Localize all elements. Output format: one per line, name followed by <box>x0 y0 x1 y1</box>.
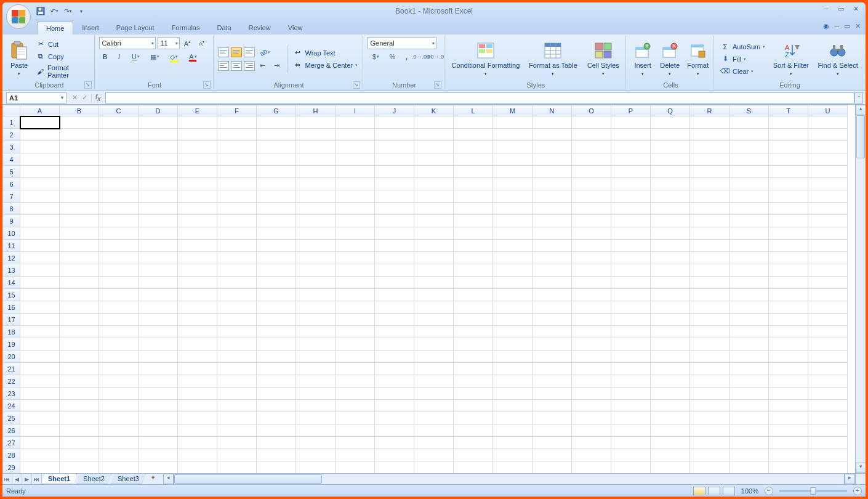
row-header[interactable]: 12 <box>3 252 20 264</box>
cell[interactable] <box>532 215 572 227</box>
cell[interactable] <box>414 116 454 129</box>
cell[interactable] <box>139 277 178 289</box>
cell[interactable] <box>139 437 178 449</box>
cell[interactable] <box>296 227 336 240</box>
cell-styles-button[interactable]: Cell Styles ▾ <box>584 39 624 79</box>
cell[interactable] <box>454 116 493 129</box>
cell[interactable] <box>375 400 414 412</box>
cell[interactable] <box>99 326 139 338</box>
cell[interactable] <box>532 203 572 215</box>
cell[interactable] <box>454 215 493 227</box>
cell[interactable] <box>808 129 848 141</box>
cell[interactable] <box>532 190 572 203</box>
cell[interactable] <box>572 412 611 424</box>
cell[interactable] <box>257 387 296 400</box>
cell[interactable] <box>414 215 454 227</box>
cell[interactable] <box>454 277 493 289</box>
cell[interactable] <box>729 252 769 264</box>
cell[interactable] <box>336 314 375 326</box>
cell[interactable] <box>572 301 611 314</box>
mdi-close-button[interactable]: ✕ <box>855 22 861 30</box>
cell[interactable] <box>60 190 99 203</box>
cell[interactable] <box>99 387 139 400</box>
cell[interactable] <box>217 166 257 178</box>
cell[interactable] <box>296 252 336 264</box>
cell[interactable] <box>532 116 572 129</box>
cell[interactable] <box>257 424 296 437</box>
fill-button[interactable]: ⬇Fill ▾ <box>718 54 767 65</box>
cell[interactable] <box>217 215 257 227</box>
cell[interactable] <box>493 461 532 474</box>
spreadsheet-grid[interactable]: ABCDEFGHIJKLMNOPQRSTU 123456789101112131… <box>2 105 848 473</box>
cell[interactable] <box>414 166 454 178</box>
cell[interactable] <box>178 326 217 338</box>
row-header[interactable]: 5 <box>3 166 20 178</box>
cell[interactable] <box>178 215 217 227</box>
cell[interactable] <box>139 363 178 375</box>
cell[interactable] <box>532 375 572 387</box>
cell[interactable] <box>532 400 572 412</box>
column-header[interactable]: N <box>532 105 572 116</box>
cell[interactable] <box>178 424 217 437</box>
cell[interactable] <box>729 437 769 449</box>
cell[interactable] <box>414 141 454 153</box>
cell[interactable] <box>99 289 139 301</box>
cell[interactable] <box>217 301 257 314</box>
cell[interactable] <box>99 227 139 240</box>
cell[interactable] <box>60 277 99 289</box>
cell[interactable] <box>414 351 454 363</box>
qat-customize-icon[interactable]: ▾ <box>76 6 86 16</box>
cell[interactable] <box>454 289 493 301</box>
cell[interactable] <box>139 166 178 178</box>
cell[interactable] <box>808 227 848 240</box>
cell[interactable] <box>651 400 690 412</box>
cell[interactable] <box>808 141 848 153</box>
cell[interactable] <box>375 264 414 277</box>
cell[interactable] <box>139 461 178 474</box>
cell[interactable] <box>217 203 257 215</box>
cell[interactable] <box>532 277 572 289</box>
cell[interactable] <box>729 129 769 141</box>
cell[interactable] <box>20 178 60 190</box>
formula-bar[interactable] <box>105 92 854 103</box>
cell[interactable] <box>414 153 454 166</box>
column-header[interactable]: O <box>572 105 611 116</box>
conditional-formatting-button[interactable]: Conditional Formatting ▾ <box>449 39 523 79</box>
column-header[interactable]: C <box>99 105 139 116</box>
cell[interactable] <box>20 116 60 129</box>
column-header[interactable]: P <box>611 105 651 116</box>
cell[interactable] <box>690 116 729 129</box>
cell[interactable] <box>769 437 808 449</box>
cell[interactable] <box>611 252 651 264</box>
cell[interactable] <box>414 178 454 190</box>
cell[interactable] <box>454 424 493 437</box>
cell[interactable] <box>139 289 178 301</box>
cell[interactable] <box>296 437 336 449</box>
cell[interactable] <box>178 449 217 461</box>
row-header[interactable]: 25 <box>3 412 20 424</box>
row-header[interactable]: 4 <box>3 153 20 166</box>
cell[interactable] <box>178 387 217 400</box>
cell[interactable] <box>532 153 572 166</box>
sort-filter-button[interactable]: AZSort & Filter ▾ <box>770 39 812 79</box>
cell[interactable] <box>572 227 611 240</box>
cell[interactable] <box>99 203 139 215</box>
cell[interactable] <box>60 351 99 363</box>
undo-icon[interactable]: ↶▾ <box>49 6 59 16</box>
cell[interactable] <box>375 116 414 129</box>
cell[interactable] <box>651 461 690 474</box>
cell[interactable] <box>611 141 651 153</box>
cell[interactable] <box>257 449 296 461</box>
column-header[interactable]: I <box>336 105 375 116</box>
cell[interactable] <box>808 437 848 449</box>
cell[interactable] <box>690 178 729 190</box>
cell[interactable] <box>336 227 375 240</box>
cell[interactable] <box>20 375 60 387</box>
cell[interactable] <box>99 178 139 190</box>
cell[interactable] <box>217 326 257 338</box>
cell[interactable] <box>651 412 690 424</box>
zoom-slider-knob[interactable] <box>811 487 816 495</box>
cell[interactable] <box>454 252 493 264</box>
cell[interactable] <box>690 351 729 363</box>
cell[interactable] <box>20 129 60 141</box>
